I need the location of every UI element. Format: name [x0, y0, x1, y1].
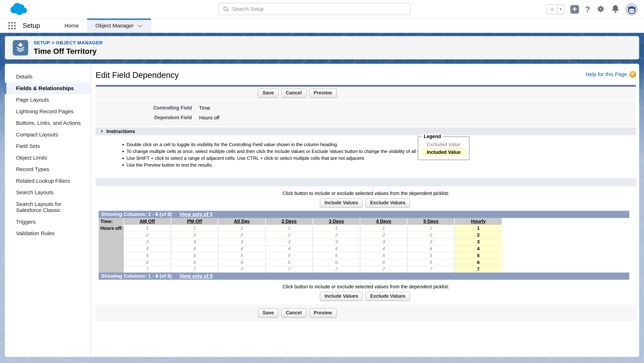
column-header-cell[interactable]: 3 Days [313, 218, 360, 225]
exclude-values-button[interactable]: Exclude Values [366, 198, 410, 208]
excluded-cell-all-day-2[interactable]: 2 [218, 232, 266, 238]
excluded-cell-all-day-3[interactable]: 3 [218, 238, 266, 245]
column-header-pm-off[interactable]: PM Off [187, 219, 202, 224]
excluded-cell-am-off-2[interactable]: 2 [124, 232, 171, 238]
excluded-cell-am-off-5[interactable]: 5 [124, 252, 171, 259]
excluded-cell-5-days-6[interactable]: 6 [407, 259, 454, 266]
save-button-bottom[interactable]: Save [258, 309, 278, 318]
sidebar-item-compact-layouts[interactable]: Compact Layouts [5, 129, 90, 141]
help-question-icon[interactable]: ? [585, 4, 590, 14]
search-input[interactable] [218, 3, 411, 15]
included-cell-hourly-5[interactable]: 5 [454, 252, 502, 259]
excluded-cell-2-days-3[interactable]: 3 [266, 238, 313, 245]
help-orange-icon[interactable]: ? [629, 71, 636, 78]
excluded-cell-all-day-4[interactable]: 4 [218, 245, 266, 252]
excluded-cell-am-off-1[interactable]: 1 [124, 225, 171, 232]
sidebar-item-search-layouts[interactable]: Search Layouts [5, 187, 90, 198]
column-header-hourly[interactable]: Hourly [471, 219, 486, 224]
excluded-cell-3-days-7[interactable]: 7 [313, 266, 360, 273]
sidebar-item-field-sets[interactable]: Field Sets [5, 140, 90, 152]
preview-button[interactable]: Preview [309, 88, 337, 98]
excluded-cell-5-days-2[interactable]: 2 [407, 232, 454, 238]
sidebar-item-buttons-links-and-actions[interactable]: Buttons, Links, and Actions [5, 117, 90, 129]
column-header-cell[interactable]: Hourly [454, 218, 502, 225]
excluded-cell-4-days-7[interactable]: 7 [360, 266, 407, 273]
included-cell-hourly-4[interactable]: 4 [454, 245, 502, 252]
excluded-cell-4-days-2[interactable]: 2 [360, 232, 407, 238]
included-cell-hourly-1[interactable]: 1 [454, 225, 502, 232]
excluded-cell-am-off-4[interactable]: 4 [124, 245, 171, 252]
column-header-cell[interactable]: All Day [218, 218, 266, 225]
excluded-cell-2-days-2[interactable]: 2 [266, 232, 313, 238]
view-sets-link[interactable]: View sets of 5 [180, 273, 213, 279]
column-header-2-days[interactable]: 2 Days [282, 219, 297, 224]
included-cell-hourly-7[interactable]: 7 [454, 266, 502, 273]
sidebar-item-page-layouts[interactable]: Page Layouts [5, 94, 90, 106]
include-values-button[interactable]: Include Values [320, 198, 363, 208]
included-cell-hourly-3[interactable]: 3 [454, 238, 502, 245]
excluded-cell-pm-off-5[interactable]: 5 [171, 252, 218, 259]
include-values-button-bottom[interactable]: Include Values [320, 292, 363, 301]
sidebar-item-triggers[interactable]: Triggers [5, 216, 90, 228]
app-launcher-waffle-icon[interactable] [8, 22, 16, 29]
excluded-cell-2-days-4[interactable]: 4 [266, 245, 313, 252]
excluded-cell-4-days-5[interactable]: 5 [360, 252, 407, 259]
excluded-cell-pm-off-3[interactable]: 3 [171, 238, 218, 245]
cancel-button-bottom[interactable]: Cancel [281, 309, 306, 318]
add-plus-icon[interactable]: + [570, 5, 579, 14]
excluded-cell-am-off-6[interactable]: 6 [124, 259, 171, 266]
sidebar-item-record-types[interactable]: Record Types [5, 164, 90, 175]
excluded-cell-3-days-6[interactable]: 6 [313, 259, 360, 266]
excluded-cell-3-days-2[interactable]: 2 [313, 232, 360, 238]
sidebar-item-lightning-record-pages[interactable]: Lightning Record Pages [5, 106, 90, 117]
preview-button-bottom[interactable]: Preview [309, 309, 337, 318]
excluded-cell-pm-off-7[interactable]: 7 [171, 266, 218, 273]
excluded-cell-5-days-1[interactable]: 1 [407, 225, 454, 232]
included-cell-hourly-6[interactable]: 6 [454, 259, 502, 266]
breadcrumb-setup-link[interactable]: SETUP [34, 40, 50, 45]
excluded-cell-pm-off-2[interactable]: 2 [171, 232, 218, 238]
exclude-values-button-bottom[interactable]: Exclude Values [366, 292, 410, 301]
excluded-cell-3-days-1[interactable]: 1 [313, 225, 360, 232]
excluded-cell-5-days-4[interactable]: 4 [407, 245, 454, 252]
excluded-cell-3-days-3[interactable]: 3 [313, 238, 360, 245]
column-header-cell[interactable]: 2 Days [266, 218, 313, 225]
instructions-header[interactable]: ▼ Instructions [96, 127, 636, 135]
sidebar-item-details[interactable]: Details [5, 71, 90, 83]
excluded-cell-4-days-3[interactable]: 3 [360, 238, 407, 245]
user-avatar[interactable] [626, 3, 638, 15]
excluded-cell-2-days-7[interactable]: 7 [266, 266, 313, 273]
excluded-cell-5-days-5[interactable]: 5 [407, 252, 454, 259]
excluded-cell-pm-off-4[interactable]: 4 [171, 245, 218, 252]
cancel-button[interactable]: Cancel [281, 88, 306, 98]
included-cell-hourly-2[interactable]: 2 [454, 232, 502, 238]
column-header-4-days[interactable]: 4 Days [376, 219, 391, 224]
excluded-cell-am-off-7[interactable]: 7 [124, 266, 171, 273]
favorites-star-icon[interactable]: ★ [546, 4, 558, 14]
sidebar-item-fields-relationships[interactable]: Fields & Relationships [5, 83, 90, 94]
column-header-5-days[interactable]: 5 Days [423, 219, 438, 224]
sidebar-item-search-layouts-for-salesforce-classic[interactable]: Search Layouts for Salesforce Classic [5, 198, 90, 216]
excluded-cell-4-days-6[interactable]: 6 [360, 259, 407, 266]
sidebar-item-object-limits[interactable]: Object Limits [5, 152, 90, 164]
excluded-cell-2-days-5[interactable]: 5 [266, 252, 313, 259]
excluded-cell-all-day-6[interactable]: 6 [218, 259, 266, 266]
excluded-cell-5-days-7[interactable]: 7 [407, 266, 454, 273]
column-header-cell[interactable]: PM Off [171, 218, 218, 225]
excluded-cell-am-off-3[interactable]: 3 [124, 238, 171, 245]
sidebar-item-validation-rules[interactable]: Validation Rules [5, 228, 90, 239]
notifications-bell-icon[interactable] [611, 4, 620, 14]
help-for-this-page-link[interactable]: Help for this Page [586, 71, 627, 77]
save-button[interactable]: Save [258, 88, 278, 98]
sidebar-item-related-lookup-filters[interactable]: Related Lookup Filters [5, 175, 90, 187]
excluded-cell-2-days-1[interactable]: 1 [266, 225, 313, 232]
excluded-cell-pm-off-1[interactable]: 1 [171, 225, 218, 232]
excluded-cell-2-days-6[interactable]: 6 [266, 259, 313, 266]
favorites-caret-icon[interactable]: ▼ [558, 4, 564, 14]
excluded-cell-3-days-5[interactable]: 5 [313, 252, 360, 259]
view-sets-link[interactable]: View sets of 5 [180, 212, 213, 217]
tab-home[interactable]: Home [56, 18, 87, 33]
excluded-cell-all-day-5[interactable]: 5 [218, 252, 266, 259]
column-header-cell[interactable]: AM Off [124, 218, 171, 225]
setup-gear-icon[interactable] [596, 4, 605, 14]
